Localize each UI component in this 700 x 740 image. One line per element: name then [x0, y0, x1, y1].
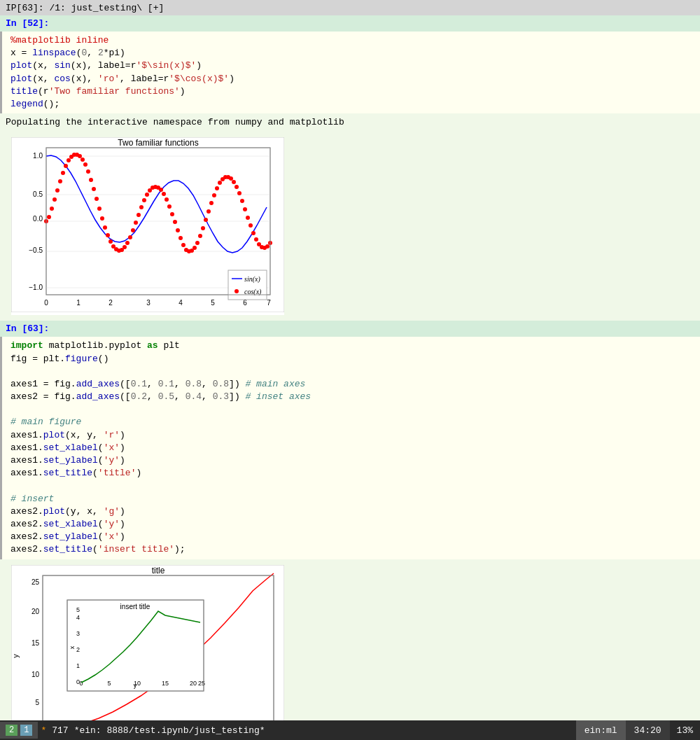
svg-point-21 [47, 215, 51, 219]
svg-point-39 [97, 207, 102, 211]
svg-text:y: y [11, 653, 20, 657]
svg-point-93 [248, 223, 253, 228]
svg-point-26 [61, 171, 65, 175]
plot2: title y x 0 5 10 15 20 25 0 1 2 3 4 5 [11, 565, 284, 721]
cell-52-output-text: Populating the interactive namespace fro… [6, 116, 694, 129]
plot2-container: title y x 0 5 10 15 20 25 0 1 2 3 4 5 [0, 559, 700, 721]
svg-text:0.0: 0.0 [33, 215, 43, 223]
svg-text:20: 20 [190, 680, 197, 687]
cell-52-code: %matplotlib inline x = linspace(0, 2*pi)… [10, 34, 694, 111]
svg-text:5: 5 [35, 699, 39, 706]
svg-point-61 [159, 188, 163, 192]
cell-52-prompt[interactable]: In [52]: [0, 17, 55, 30]
svg-point-55 [142, 198, 146, 202]
svg-text:15: 15 [31, 639, 40, 647]
cell-63-code: import matplotlib.pyplot as plt fig = pl… [10, 340, 694, 556]
svg-text:0.5: 0.5 [33, 190, 43, 198]
svg-point-75 [198, 234, 202, 238]
svg-point-92 [246, 216, 250, 220]
status-position: 34:20 [626, 720, 670, 740]
svg-text:4: 4 [178, 299, 183, 307]
status-mode: ein:ml [576, 720, 626, 740]
status-num1: 2 [6, 725, 18, 736]
svg-point-24 [55, 188, 59, 193]
svg-text:2: 2 [108, 299, 113, 307]
svg-point-43 [108, 239, 113, 244]
svg-point-73 [192, 246, 197, 250]
svg-point-52 [134, 221, 138, 225]
svg-point-94 [251, 231, 255, 235]
svg-point-68 [178, 236, 183, 240]
svg-point-50 [128, 235, 132, 239]
svg-point-67 [176, 228, 180, 232]
svg-rect-124 [67, 600, 204, 691]
svg-text:2: 2 [76, 646, 80, 653]
plot1-container: Two familiar functions 1.0 0.5 0.0 −0.5 … [0, 132, 700, 321]
status-num2: 1 [20, 725, 32, 736]
svg-point-90 [240, 199, 244, 203]
svg-text:insert title: insert title [120, 603, 150, 610]
svg-point-77 [204, 218, 208, 222]
svg-text:15: 15 [162, 680, 169, 687]
svg-text:3: 3 [76, 630, 80, 637]
svg-point-66 [173, 220, 177, 224]
cell-52-output: Populating the interactive namespace fro… [0, 113, 700, 132]
status-file: *ein: 8888/test.ipynb/just_testing* [71, 725, 268, 736]
svg-point-36 [89, 178, 93, 182]
notebook: In [52]: %matplotlib inline x = linspace… [0, 15, 700, 720]
svg-text:1.0: 1.0 [33, 152, 43, 160]
status-cell-numbers: 2 1 [0, 722, 38, 739]
status-modified: * [38, 725, 49, 736]
svg-point-25 [58, 179, 62, 183]
cell-52-prompt-line: In [52]: [0, 15, 700, 32]
svg-point-79 [209, 201, 214, 205]
svg-point-34 [83, 162, 88, 167]
svg-point-87 [232, 180, 236, 184]
svg-point-48 [122, 245, 127, 249]
svg-text:x: x [69, 645, 76, 649]
svg-point-62 [162, 192, 166, 196]
svg-text:0: 0 [44, 299, 48, 307]
svg-text:−0.5: −0.5 [29, 246, 43, 254]
svg-point-63 [164, 197, 169, 202]
svg-point-78 [206, 209, 211, 214]
svg-point-99 [265, 244, 270, 249]
svg-text:1: 1 [76, 299, 80, 307]
cell-52-input[interactable]: %matplotlib inline x = linspace(0, 2*pi)… [0, 32, 700, 113]
plot1: Two familiar functions 1.0 0.5 0.0 −0.5 … [11, 137, 284, 315]
svg-point-54 [139, 205, 144, 209]
svg-point-35 [86, 169, 90, 174]
svg-text:7: 7 [267, 299, 271, 307]
svg-point-32 [78, 154, 82, 158]
svg-point-76 [201, 226, 205, 230]
cell-63-prompt[interactable]: In [63]: [0, 322, 55, 335]
svg-point-74 [195, 241, 200, 245]
svg-point-69 [181, 243, 186, 247]
svg-point-27 [64, 164, 68, 168]
svg-point-95 [254, 237, 258, 242]
svg-text:sin(x): sin(x) [244, 275, 260, 284]
svg-text:5: 5 [76, 606, 80, 613]
svg-point-82 [218, 181, 222, 185]
svg-text:1: 1 [76, 662, 80, 669]
svg-text:25: 25 [31, 578, 40, 586]
svg-point-53 [136, 213, 141, 217]
svg-point-28 [66, 158, 71, 162]
status-percent: 13% [670, 720, 700, 740]
svg-point-51 [131, 228, 135, 232]
svg-point-86 [229, 176, 233, 181]
svg-text:3: 3 [146, 299, 150, 307]
svg-point-33 [80, 158, 85, 162]
svg-text:6: 6 [243, 299, 247, 307]
svg-point-56 [145, 193, 149, 197]
svg-point-104 [234, 289, 239, 293]
plot2-svg: title y x 0 5 10 15 20 25 0 1 2 3 4 5 [11, 565, 284, 721]
status-linecount: 717 [49, 725, 71, 736]
cell-63-input[interactable]: import matplotlib.pyplot as plt fig = pl… [0, 337, 700, 559]
svg-point-40 [100, 216, 104, 221]
svg-point-38 [94, 197, 99, 201]
svg-point-64 [167, 204, 172, 209]
svg-point-22 [50, 207, 54, 211]
cell-63-prompt-line: In [63]: [0, 321, 700, 337]
svg-point-80 [212, 193, 216, 197]
